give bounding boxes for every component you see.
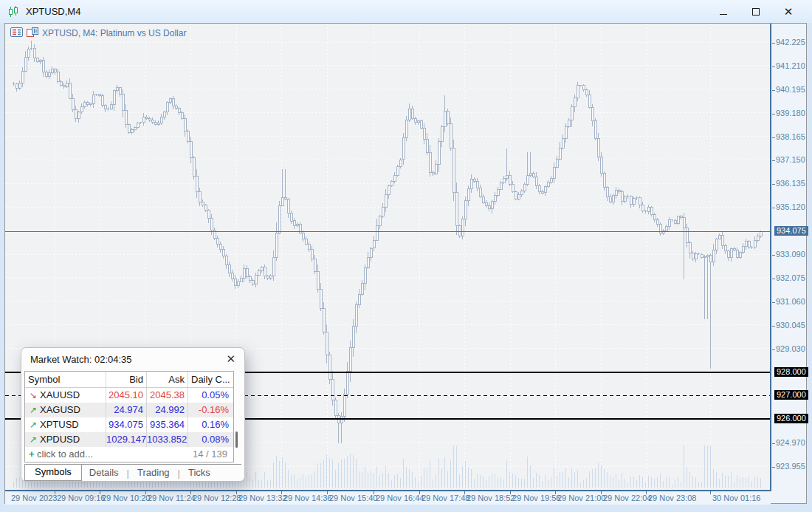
- time-axis-tick: [601, 491, 602, 494]
- symbol-cell: ↗XPDUSD: [25, 432, 106, 447]
- time-axis-label: 29 Nov 14:36: [283, 494, 331, 502]
- level-axis-label: 927.000: [774, 390, 808, 400]
- time-axis-label: 29 Nov 12:28: [193, 494, 241, 502]
- time-axis-tick: [374, 491, 374, 494]
- bid-cell: 24.974: [106, 403, 147, 417]
- price-axis-label: 942.225: [772, 38, 805, 47]
- time-axis-label: 29 Nov 16:44: [376, 494, 424, 502]
- market-watch-titlebar[interactable]: Market Watch: 02:04:35 ✕: [21, 348, 244, 370]
- time-axis-tick: [464, 491, 465, 494]
- level-axis-label: 926.000: [774, 414, 808, 423]
- price-axis-label: 935.120: [772, 202, 805, 211]
- tab-trading[interactable]: Trading: [130, 465, 177, 481]
- trend-down-icon: ↘: [28, 389, 40, 403]
- time-axis-tick: [510, 491, 511, 494]
- time-axis-label: 29 Nov 17:48: [422, 494, 469, 502]
- ask-cell: 2045.38: [147, 388, 188, 403]
- time-axis-label: 29 Nov 23:08: [648, 494, 696, 502]
- time-axis-tick: [190, 491, 191, 494]
- time-axis-label: 29 Nov 22:04: [603, 494, 651, 502]
- time-axis-tick: [55, 491, 55, 494]
- time-axis-label: 29 Nov 10:20: [102, 494, 150, 502]
- close-button[interactable]: ✕: [772, 2, 805, 21]
- plus-icon: +: [25, 447, 37, 462]
- time-axis-label: 30 Nov 01:16: [712, 494, 760, 502]
- chart-header: XPTUSD, M4: Platinum vs US Dollar: [10, 27, 186, 39]
- price-axis-label: 938.165: [772, 132, 805, 141]
- price-axis-label: 923.955: [772, 462, 805, 471]
- time-axis-label: 29 Nov 18:52: [467, 494, 515, 502]
- quotes-list-icon[interactable]: [10, 27, 23, 39]
- price-axis-label: 932.075: [772, 273, 805, 282]
- symbol-row-xpdusd[interactable]: ↗XPDUSD1029.1471033.8520.08%: [25, 432, 233, 447]
- chart-symbol-description: XPTUSD, M4: Platinum vs US Dollar: [42, 28, 186, 38]
- price-axis[interactable]: 942.225941.210940.195939.180938.165937.1…: [771, 24, 807, 503]
- daily-change-cell: 0.08%: [188, 432, 233, 447]
- price-axis-label: 931.060: [772, 297, 805, 306]
- symbol-row-xptusd[interactable]: ↗XPTUSD934.075935.3640.16%: [25, 417, 233, 432]
- bid-cell: 934.075: [106, 417, 147, 432]
- tab-symbols[interactable]: Symbols: [24, 465, 82, 481]
- bid-cell: 1029.147: [106, 432, 147, 447]
- price-axis-label: 936.135: [772, 179, 805, 188]
- market-watch-table: SymbolBidAskDaily C...↘XAUUSD2045.102045…: [24, 371, 234, 462]
- trend-up-icon: ↗: [28, 403, 40, 417]
- market-watch-scrollbar[interactable]: [235, 431, 238, 448]
- market-watch-close-icon[interactable]: ✕: [226, 352, 235, 366]
- time-axis-tick: [710, 491, 711, 494]
- time-axis-label: 29 Nov 19:56: [512, 494, 560, 502]
- symbol-cell: ↗XPTUSD: [25, 417, 106, 432]
- time-axis-tick: [100, 491, 100, 494]
- time-axis-label: 29 Nov 13:32: [238, 494, 286, 502]
- time-axis-tick: [281, 491, 282, 494]
- market-watch-header-row: SymbolBidAskDaily C...: [25, 372, 233, 388]
- minimize-button[interactable]: [707, 2, 740, 21]
- time-axis[interactable]: 29 Nov 202329 Nov 09:1629 Nov 10:2029 No…: [5, 491, 771, 505]
- price-axis-label: 933.090: [772, 250, 805, 259]
- ask-cell: 1033.852: [147, 432, 188, 447]
- bid-cell: 2045.10: [106, 388, 147, 403]
- time-axis-tick: [327, 491, 328, 494]
- column-header[interactable]: Ask: [147, 372, 188, 387]
- symbol-count: 14 / 139: [193, 447, 233, 462]
- app-icon: [7, 6, 20, 18]
- time-axis-label: 29 Nov 15:40: [329, 494, 377, 502]
- price-axis-label: 940.195: [772, 85, 805, 94]
- ask-cell: 24.992: [147, 403, 188, 417]
- market-watch-window[interactable]: Market Watch: 02:04:35 ✕ SymbolBidAskDai…: [21, 347, 245, 482]
- window-title: XPTUSD,M4: [26, 6, 80, 17]
- price-axis-label: 930.045: [772, 321, 805, 330]
- daily-change-cell: 0.05%: [188, 388, 233, 403]
- click-to-add-row[interactable]: +click to add...14 / 139: [25, 447, 233, 462]
- maximize-button[interactable]: [740, 2, 772, 21]
- column-header[interactable]: Symbol: [25, 372, 106, 387]
- click-to-add-label: click to add...: [37, 447, 93, 462]
- tab-details[interactable]: Details: [82, 465, 126, 481]
- symbol-row-xagusd[interactable]: ↗XAGUSD24.97424.992-0.16%: [25, 403, 233, 417]
- time-axis-label: 29 Nov 2023: [11, 494, 57, 502]
- daily-change-cell: 0.16%: [188, 417, 233, 432]
- market-watch-tabs: SymbolsDetails|Trading|Ticks: [24, 464, 241, 481]
- window-titlebar[interactable]: XPTUSD,M4 ✕: [0, 0, 812, 23]
- time-axis-tick: [419, 491, 420, 494]
- time-axis-label: 29 Nov 09:16: [57, 494, 105, 502]
- time-axis-tick: [555, 491, 556, 494]
- column-header[interactable]: Bid: [106, 372, 147, 387]
- trend-up-icon: ↗: [28, 418, 40, 432]
- daily-change-cell: -0.16%: [188, 403, 233, 417]
- symbol-cell: ↘XAUUSD: [25, 388, 106, 403]
- tab-ticks[interactable]: Ticks: [181, 465, 218, 481]
- price-axis-label: 929.030: [772, 344, 805, 353]
- chart-document-icon[interactable]: [27, 27, 38, 39]
- time-axis-label: 29 Nov 21:00: [557, 494, 605, 502]
- symbol-row-xauusd[interactable]: ↘XAUUSD2045.102045.380.05%: [25, 388, 233, 403]
- column-header[interactable]: Daily C...: [188, 372, 233, 387]
- time-axis-label: 29 Nov 11:24: [148, 494, 196, 502]
- price-axis-label: 937.150: [772, 155, 805, 164]
- mt5-application: { "window": { "title": "XPTUSD,M4", "con…: [0, 0, 812, 512]
- trend-up-icon: ↗: [28, 433, 40, 447]
- price-axis-label: 924.970: [772, 438, 805, 447]
- time-axis-tick: [646, 491, 647, 494]
- price-axis-label: 939.180: [772, 109, 805, 117]
- symbol-cell: ↗XAGUSD: [25, 403, 106, 417]
